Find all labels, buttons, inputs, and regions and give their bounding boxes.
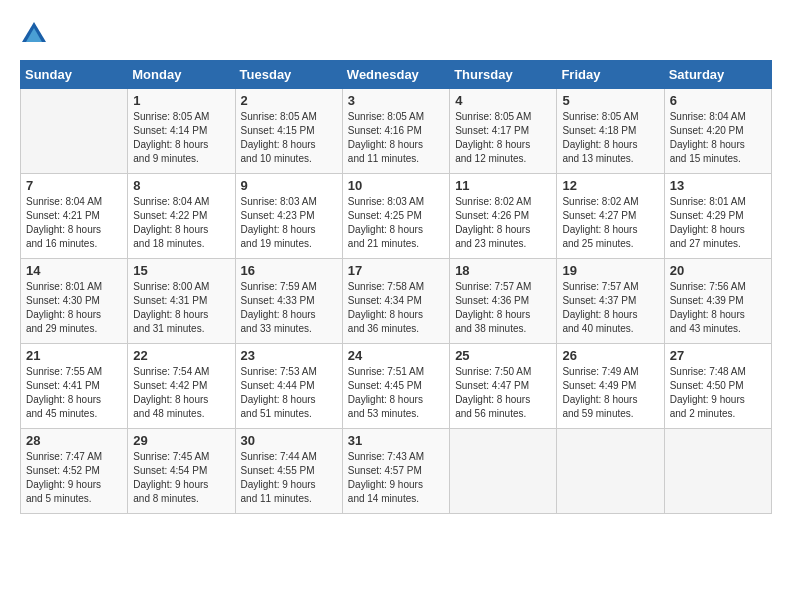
day-info: Sunrise: 8:05 AM Sunset: 4:15 PM Dayligh…	[241, 110, 337, 166]
day-number: 27	[670, 348, 766, 363]
day-info: Sunrise: 8:01 AM Sunset: 4:29 PM Dayligh…	[670, 195, 766, 251]
calendar-cell: 31Sunrise: 7:43 AM Sunset: 4:57 PM Dayli…	[342, 429, 449, 514]
day-number: 21	[26, 348, 122, 363]
day-info: Sunrise: 7:57 AM Sunset: 4:36 PM Dayligh…	[455, 280, 551, 336]
calendar-cell	[557, 429, 664, 514]
day-number: 16	[241, 263, 337, 278]
day-number: 25	[455, 348, 551, 363]
calendar-cell: 12Sunrise: 8:02 AM Sunset: 4:27 PM Dayli…	[557, 174, 664, 259]
calendar-cell	[450, 429, 557, 514]
calendar-cell	[664, 429, 771, 514]
day-info: Sunrise: 7:43 AM Sunset: 4:57 PM Dayligh…	[348, 450, 444, 506]
day-info: Sunrise: 7:47 AM Sunset: 4:52 PM Dayligh…	[26, 450, 122, 506]
day-number: 4	[455, 93, 551, 108]
calendar-cell: 19Sunrise: 7:57 AM Sunset: 4:37 PM Dayli…	[557, 259, 664, 344]
day-info: Sunrise: 8:04 AM Sunset: 4:20 PM Dayligh…	[670, 110, 766, 166]
calendar-cell: 20Sunrise: 7:56 AM Sunset: 4:39 PM Dayli…	[664, 259, 771, 344]
day-info: Sunrise: 7:45 AM Sunset: 4:54 PM Dayligh…	[133, 450, 229, 506]
calendar-cell: 6Sunrise: 8:04 AM Sunset: 4:20 PM Daylig…	[664, 89, 771, 174]
calendar-cell: 11Sunrise: 8:02 AM Sunset: 4:26 PM Dayli…	[450, 174, 557, 259]
calendar-cell: 4Sunrise: 8:05 AM Sunset: 4:17 PM Daylig…	[450, 89, 557, 174]
day-info: Sunrise: 7:50 AM Sunset: 4:47 PM Dayligh…	[455, 365, 551, 421]
calendar-week-row: 7Sunrise: 8:04 AM Sunset: 4:21 PM Daylig…	[21, 174, 772, 259]
calendar-cell: 8Sunrise: 8:04 AM Sunset: 4:22 PM Daylig…	[128, 174, 235, 259]
day-number: 15	[133, 263, 229, 278]
calendar-cell: 24Sunrise: 7:51 AM Sunset: 4:45 PM Dayli…	[342, 344, 449, 429]
day-number: 28	[26, 433, 122, 448]
weekday-header: Sunday	[21, 61, 128, 89]
weekday-header: Wednesday	[342, 61, 449, 89]
calendar-cell: 21Sunrise: 7:55 AM Sunset: 4:41 PM Dayli…	[21, 344, 128, 429]
day-info: Sunrise: 8:04 AM Sunset: 4:22 PM Dayligh…	[133, 195, 229, 251]
day-number: 10	[348, 178, 444, 193]
day-info: Sunrise: 7:49 AM Sunset: 4:49 PM Dayligh…	[562, 365, 658, 421]
day-info: Sunrise: 8:02 AM Sunset: 4:26 PM Dayligh…	[455, 195, 551, 251]
day-info: Sunrise: 8:03 AM Sunset: 4:25 PM Dayligh…	[348, 195, 444, 251]
day-info: Sunrise: 7:51 AM Sunset: 4:45 PM Dayligh…	[348, 365, 444, 421]
day-number: 17	[348, 263, 444, 278]
day-number: 1	[133, 93, 229, 108]
calendar-table: SundayMondayTuesdayWednesdayThursdayFrid…	[20, 60, 772, 514]
day-info: Sunrise: 7:59 AM Sunset: 4:33 PM Dayligh…	[241, 280, 337, 336]
calendar-cell: 28Sunrise: 7:47 AM Sunset: 4:52 PM Dayli…	[21, 429, 128, 514]
calendar-cell: 30Sunrise: 7:44 AM Sunset: 4:55 PM Dayli…	[235, 429, 342, 514]
weekday-header: Tuesday	[235, 61, 342, 89]
day-info: Sunrise: 8:05 AM Sunset: 4:16 PM Dayligh…	[348, 110, 444, 166]
day-info: Sunrise: 8:00 AM Sunset: 4:31 PM Dayligh…	[133, 280, 229, 336]
day-number: 8	[133, 178, 229, 193]
calendar-cell: 2Sunrise: 8:05 AM Sunset: 4:15 PM Daylig…	[235, 89, 342, 174]
calendar-week-row: 21Sunrise: 7:55 AM Sunset: 4:41 PM Dayli…	[21, 344, 772, 429]
calendar-cell	[21, 89, 128, 174]
day-number: 11	[455, 178, 551, 193]
day-number: 7	[26, 178, 122, 193]
day-info: Sunrise: 8:05 AM Sunset: 4:18 PM Dayligh…	[562, 110, 658, 166]
weekday-header: Saturday	[664, 61, 771, 89]
header	[20, 20, 772, 48]
calendar-cell: 22Sunrise: 7:54 AM Sunset: 4:42 PM Dayli…	[128, 344, 235, 429]
calendar-week-row: 28Sunrise: 7:47 AM Sunset: 4:52 PM Dayli…	[21, 429, 772, 514]
day-info: Sunrise: 7:56 AM Sunset: 4:39 PM Dayligh…	[670, 280, 766, 336]
day-info: Sunrise: 8:01 AM Sunset: 4:30 PM Dayligh…	[26, 280, 122, 336]
day-info: Sunrise: 8:05 AM Sunset: 4:14 PM Dayligh…	[133, 110, 229, 166]
page: SundayMondayTuesdayWednesdayThursdayFrid…	[0, 0, 792, 524]
calendar-cell: 13Sunrise: 8:01 AM Sunset: 4:29 PM Dayli…	[664, 174, 771, 259]
day-number: 29	[133, 433, 229, 448]
day-info: Sunrise: 7:58 AM Sunset: 4:34 PM Dayligh…	[348, 280, 444, 336]
day-info: Sunrise: 8:05 AM Sunset: 4:17 PM Dayligh…	[455, 110, 551, 166]
day-number: 20	[670, 263, 766, 278]
calendar-cell: 23Sunrise: 7:53 AM Sunset: 4:44 PM Dayli…	[235, 344, 342, 429]
calendar-cell: 10Sunrise: 8:03 AM Sunset: 4:25 PM Dayli…	[342, 174, 449, 259]
day-number: 19	[562, 263, 658, 278]
day-number: 22	[133, 348, 229, 363]
calendar-week-row: 1Sunrise: 8:05 AM Sunset: 4:14 PM Daylig…	[21, 89, 772, 174]
calendar-cell: 7Sunrise: 8:04 AM Sunset: 4:21 PM Daylig…	[21, 174, 128, 259]
calendar-cell: 16Sunrise: 7:59 AM Sunset: 4:33 PM Dayli…	[235, 259, 342, 344]
day-number: 14	[26, 263, 122, 278]
calendar-cell: 5Sunrise: 8:05 AM Sunset: 4:18 PM Daylig…	[557, 89, 664, 174]
day-number: 23	[241, 348, 337, 363]
day-number: 18	[455, 263, 551, 278]
calendar-week-row: 14Sunrise: 8:01 AM Sunset: 4:30 PM Dayli…	[21, 259, 772, 344]
day-number: 5	[562, 93, 658, 108]
day-info: Sunrise: 8:02 AM Sunset: 4:27 PM Dayligh…	[562, 195, 658, 251]
day-number: 31	[348, 433, 444, 448]
day-number: 9	[241, 178, 337, 193]
weekday-header: Thursday	[450, 61, 557, 89]
day-number: 26	[562, 348, 658, 363]
day-info: Sunrise: 7:44 AM Sunset: 4:55 PM Dayligh…	[241, 450, 337, 506]
weekday-header: Friday	[557, 61, 664, 89]
calendar-cell: 14Sunrise: 8:01 AM Sunset: 4:30 PM Dayli…	[21, 259, 128, 344]
day-number: 24	[348, 348, 444, 363]
day-number: 3	[348, 93, 444, 108]
day-number: 13	[670, 178, 766, 193]
calendar-cell: 29Sunrise: 7:45 AM Sunset: 4:54 PM Dayli…	[128, 429, 235, 514]
calendar-cell: 3Sunrise: 8:05 AM Sunset: 4:16 PM Daylig…	[342, 89, 449, 174]
calendar-cell: 25Sunrise: 7:50 AM Sunset: 4:47 PM Dayli…	[450, 344, 557, 429]
calendar-cell: 1Sunrise: 8:05 AM Sunset: 4:14 PM Daylig…	[128, 89, 235, 174]
calendar-cell: 9Sunrise: 8:03 AM Sunset: 4:23 PM Daylig…	[235, 174, 342, 259]
day-number: 6	[670, 93, 766, 108]
logo-icon	[20, 20, 48, 48]
day-number: 2	[241, 93, 337, 108]
day-number: 30	[241, 433, 337, 448]
day-info: Sunrise: 7:57 AM Sunset: 4:37 PM Dayligh…	[562, 280, 658, 336]
